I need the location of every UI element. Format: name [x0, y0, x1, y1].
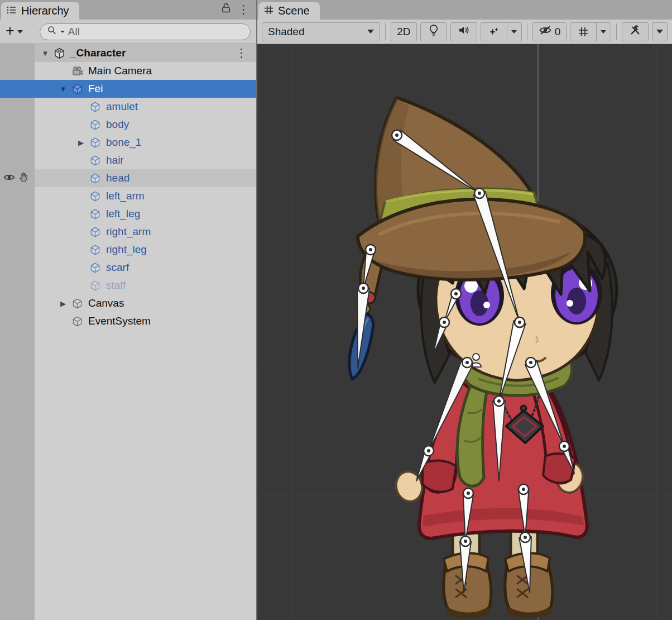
hidden-objects-button[interactable]: 0 — [532, 22, 567, 41]
audio-icon — [458, 25, 470, 39]
tree-row-body[interactable]: body — [0, 116, 256, 133]
tree-row-left_arm[interactable]: left_arm — [0, 187, 256, 205]
effects-icon[interactable] — [481, 23, 507, 41]
tree-item-label: bone_1 — [106, 136, 141, 149]
tree-row-scarf[interactable]: scarf — [0, 259, 256, 276]
grid-dropdown-caret[interactable] — [596, 23, 611, 41]
expander-closed-icon[interactable]: ▶ — [74, 139, 88, 147]
tree-row-left_leg[interactable]: left_leg — [0, 205, 256, 223]
cube-prefab-child-icon — [88, 208, 102, 220]
tree-row-staff[interactable]: staff — [0, 276, 256, 294]
tab-scene[interactable]: Scene — [258, 2, 320, 20]
expander-open-icon[interactable]: ▼ — [56, 85, 70, 93]
toolbar-separator — [616, 23, 617, 40]
row-gutter — [0, 62, 35, 80]
tree-item-label: staff — [106, 279, 126, 292]
row-menu-icon[interactable]: ⋮ — [236, 46, 256, 60]
row-gutter — [0, 312, 35, 330]
bone-joint-center — [497, 399, 501, 403]
bone-joint-center — [524, 536, 527, 539]
scene-tools-button[interactable] — [622, 22, 649, 41]
row-gutter — [0, 116, 35, 133]
effects-dropdown-caret[interactable] — [507, 23, 521, 41]
bone-joint-center — [362, 287, 365, 290]
pick-icon[interactable] — [18, 171, 30, 185]
tree-item-label: EventSystem — [88, 315, 151, 327]
bone-joint-center — [518, 321, 521, 324]
toolbar-separator — [385, 23, 386, 40]
bone-joint-center — [467, 492, 470, 495]
row-gutter — [0, 259, 35, 276]
tree-row-right_arm[interactable]: right_arm — [0, 223, 256, 241]
create-dropdown-caret — [17, 30, 23, 34]
grid-visibility-split-button — [570, 22, 611, 41]
scene-effects-split-button — [481, 22, 522, 41]
tree-item-label: amulet — [106, 101, 138, 113]
2d-mode-button[interactable]: 2D — [391, 22, 416, 41]
bone-joint-center — [395, 133, 399, 137]
tree-row-hair[interactable]: hair — [0, 151, 256, 169]
lightbulb-icon — [428, 24, 439, 39]
cube-prefab-child-icon — [88, 101, 102, 113]
hierarchy-toolbar: + All — [0, 20, 256, 44]
camera-icon — [70, 65, 84, 77]
tree-row-right_leg[interactable]: right_leg — [0, 241, 256, 259]
scene-overflow-dropdown[interactable] — [652, 22, 668, 41]
row-gutter — [0, 223, 35, 241]
hierarchy-panel: Hierarchy ⋮ + All ▼_Character⋮ — [0, 0, 256, 620]
tree-row-amulet[interactable]: amulet — [0, 98, 256, 116]
tree-item-label: right_arm — [106, 226, 151, 238]
lock-icon[interactable] — [221, 2, 231, 16]
eye-icon[interactable] — [3, 173, 16, 184]
chevron-down-icon — [367, 30, 374, 34]
scene-audio-button[interactable] — [450, 22, 477, 41]
tree-row-main-camera[interactable]: Main Camera — [0, 62, 256, 80]
tree-row-fei[interactable]: ▼Fei — [0, 80, 256, 98]
bone-joint-center — [563, 445, 566, 448]
row-gutter — [0, 241, 35, 259]
tree-row-canvas[interactable]: ▶Canvas — [0, 294, 256, 312]
cube-icon — [70, 315, 84, 327]
scene-toolbar: Shaded 2D — [257, 20, 672, 44]
shading-mode-dropdown[interactable]: Shaded — [262, 22, 380, 41]
tree-item-label: Canvas — [88, 297, 124, 309]
scene-lighting-button[interactable] — [420, 22, 447, 41]
grid-icon[interactable] — [570, 23, 596, 41]
cube-prefab-child-icon — [88, 154, 102, 166]
scene-view[interactable] — [257, 44, 672, 620]
scene-panel: Scene Shaded 2D — [257, 0, 672, 620]
prefab-cube-icon — [70, 83, 84, 95]
cube-prefab-child-icon — [88, 261, 102, 274]
row-gutter — [0, 205, 35, 223]
toolbar-separator — [527, 23, 527, 40]
scene-tabstrip: Scene — [257, 0, 672, 20]
tab-hierarchy[interactable]: Hierarchy — [1, 2, 79, 20]
visibility-off-icon — [539, 25, 552, 39]
cube-icon — [70, 297, 84, 309]
hierarchy-search-input[interactable]: All — [40, 23, 251, 40]
create-object-button[interactable]: + — [6, 25, 23, 39]
bone-joint-center — [529, 361, 532, 364]
tree-item-label: Main Camera — [88, 65, 152, 77]
bone-joint-center — [369, 248, 372, 251]
tree-row-_character[interactable]: ▼_Character⋮ — [0, 44, 256, 62]
expander-open-icon[interactable]: ▼ — [38, 49, 52, 58]
row-gutter — [0, 98, 35, 116]
bone-joint-center — [522, 488, 525, 491]
tree-item-label: scarf — [106, 261, 129, 274]
hierarchy-tabstrip: Hierarchy ⋮ — [0, 0, 256, 20]
tree-row-head[interactable]: head — [0, 169, 256, 187]
row-gutter — [0, 169, 35, 187]
row-gutter — [0, 133, 35, 151]
scene-grid-icon — [264, 4, 273, 17]
tree-row-eventsystem[interactable]: EventSystem — [0, 312, 256, 330]
cube-prefab-child-icon — [88, 279, 102, 292]
cube-prefab-child-icon — [88, 136, 102, 149]
bone-joint-center — [454, 292, 458, 295]
tree-row-bone_1[interactable]: ▶bone_1 — [0, 133, 256, 151]
row-gutter — [0, 80, 35, 98]
tree-item-label: body — [106, 118, 129, 131]
hierarchy-tree: ▼_Character⋮Main Camera▼Feiamuletbody▶bo… — [0, 44, 256, 620]
hierarchy-menu-icon[interactable]: ⋮ — [238, 3, 249, 15]
expander-closed-icon[interactable]: ▶ — [56, 299, 70, 308]
